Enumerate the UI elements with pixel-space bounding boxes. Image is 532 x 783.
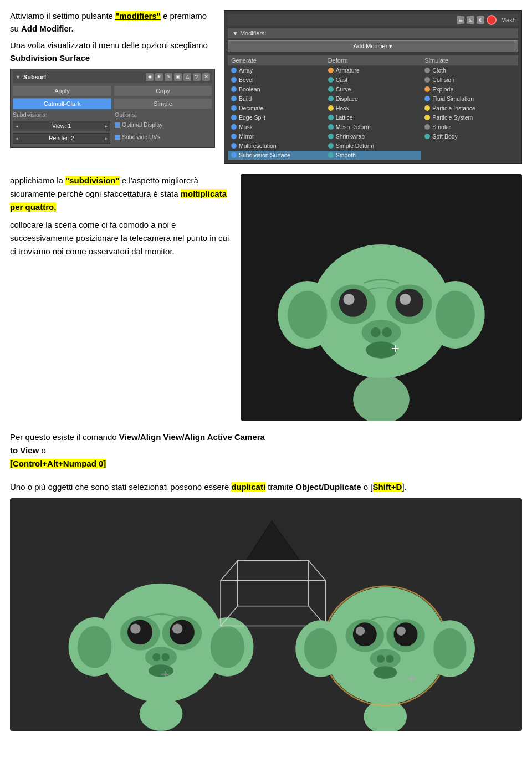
modifier-subdivision-surface[interactable]: Subdivision Surface xyxy=(228,151,325,160)
render-left-arrow[interactable]: ◂ xyxy=(13,134,21,143)
subsurf-eye-icon[interactable]: 👁 xyxy=(155,73,163,81)
apply-button[interactable]: Apply xyxy=(13,85,111,96)
modifiers-highlight: "modifiers" xyxy=(115,11,161,21)
modifier-empty2 xyxy=(421,151,518,160)
mesh-label: Mesh xyxy=(501,17,516,23)
svg-point-51 xyxy=(433,628,466,669)
subsurf-camera-icon[interactable]: ▣ xyxy=(174,73,182,81)
moltiplicata-highlight: moltiplicata per quattro, xyxy=(10,189,227,212)
modifier-fluid-sim[interactable]: Fluid Simulation xyxy=(421,94,518,104)
modifier-lattice[interactable]: Lattice xyxy=(325,113,422,122)
svg-point-56 xyxy=(356,626,365,635)
control-alt-numpad-label: [Control+Alt+Numpad 0] xyxy=(10,459,106,468)
modifier-hook[interactable]: Hook xyxy=(325,104,422,113)
blender-topbar: ⊞ ⊡ ⚙ Mesh xyxy=(228,14,518,26)
catmull-clark-button[interactable]: Catmull-Clark xyxy=(13,98,111,109)
svg-point-23 xyxy=(78,626,111,668)
subsurf-up-icon[interactable]: △ xyxy=(183,73,191,81)
subsurf-name-label: Subsurf xyxy=(23,73,47,82)
add-modifier-bold: Add Modifier. xyxy=(21,24,74,33)
svg-point-33 xyxy=(152,653,160,661)
modifier-smooth[interactable]: Smooth xyxy=(325,151,422,160)
section4: Uno o più oggetti che sono stati selezio… xyxy=(10,480,522,731)
view-left-arrow[interactable]: ◂ xyxy=(13,121,21,131)
svg-point-59 xyxy=(377,654,385,662)
modifier-mesh-deform[interactable]: Mesh Deform xyxy=(325,122,422,132)
subsurf-header: ▼ Subsurf ◉ 👁 ✎ ▣ △ ▽ ✕ xyxy=(13,71,212,83)
subdivide-uvs-checkbox[interactable] xyxy=(115,135,120,140)
topbar-icon2[interactable]: ⊡ xyxy=(467,16,474,24)
monkey-render-image xyxy=(241,174,522,421)
modifier-collision[interactable]: Collision xyxy=(421,75,518,85)
subsurf-arrow-icon: ▼ xyxy=(15,73,21,82)
add-modifier-button[interactable]: Add Modifier ▾ xyxy=(228,40,518,52)
page: Attiviamo il settimo pulsante "modifiers… xyxy=(0,0,532,731)
simulate-header: Simulate xyxy=(421,55,518,66)
modifiers-section-label: ▼ Modifiers xyxy=(228,28,518,38)
svg-point-25 xyxy=(211,626,244,668)
modifier-particle-instance[interactable]: Particle Instance xyxy=(421,104,518,113)
shift-d-label: Shift+D xyxy=(373,482,402,492)
subsurf-x-icon[interactable]: ✕ xyxy=(202,73,210,81)
modifier-cast[interactable]: Cast xyxy=(325,75,422,85)
section2: applichiamo la "subdivision" e l'aspetto… xyxy=(10,174,522,421)
modifier-empty1 xyxy=(421,141,518,151)
subsurf-edit-icon[interactable]: ✎ xyxy=(165,73,172,81)
copy-button[interactable]: Copy xyxy=(114,85,212,96)
optimal-display-label: Optimal Display xyxy=(122,121,163,130)
modifier-smoke[interactable]: Smoke xyxy=(421,122,518,132)
subsurf-down-icon[interactable]: ▽ xyxy=(193,73,201,81)
svg-point-16 xyxy=(366,341,397,358)
subdivide-uvs-label: Subdivide UVs xyxy=(122,133,160,142)
section1: Attiviamo il settimo pulsante "modifiers… xyxy=(10,10,522,164)
topbar-icon1[interactable]: ⊞ xyxy=(457,16,464,24)
topbar-icon3[interactable]: ⚙ xyxy=(477,16,484,24)
optimal-display-checkbox[interactable] xyxy=(115,122,120,128)
modifier-curve[interactable]: Curve xyxy=(325,85,422,94)
modifier-mask[interactable]: Mask xyxy=(228,122,325,132)
render-value: Render: 2 xyxy=(21,134,103,143)
active-tool-circle[interactable] xyxy=(487,15,497,25)
modifier-soft-body[interactable]: Soft Body xyxy=(421,132,518,141)
modifier-mirror[interactable]: Mirror xyxy=(228,132,325,141)
svg-point-55 xyxy=(393,622,417,646)
apply-copy-row: Apply Copy xyxy=(13,85,212,96)
svg-point-4 xyxy=(288,291,327,339)
view-stepper[interactable]: ◂ View: 1 ▸ xyxy=(13,121,110,131)
bottom-monkey-image xyxy=(10,498,522,731)
svg-point-28 xyxy=(127,620,152,644)
monkey-svg xyxy=(241,174,522,421)
view-value: View: 1 xyxy=(21,122,103,131)
modifier-shrinkwrap[interactable]: Shrinkwrap xyxy=(325,132,422,141)
modifier-simple-deform[interactable]: Simple Deform xyxy=(325,141,422,151)
modifier-armature[interactable]: Armature xyxy=(325,66,422,75)
modifier-particle-system[interactable]: Particle System xyxy=(421,113,518,122)
subdivision-highlight: "subdivision" xyxy=(65,176,120,185)
camera-para: collocare la scena come ci fa comodo a n… xyxy=(10,218,232,258)
modifier-array[interactable]: Array xyxy=(228,66,325,75)
modifier-decimate[interactable]: Decimate xyxy=(228,104,325,113)
svg-point-14 xyxy=(371,327,381,337)
modifier-edge-split[interactable]: Edge Split xyxy=(228,113,325,122)
subdivision-surface-label: Subdivision Surface xyxy=(10,53,90,63)
svg-point-31 xyxy=(172,623,182,633)
svg-point-60 xyxy=(386,654,393,662)
subdivision-paragraph: Una volta visualizzato il menu delle opz… xyxy=(10,39,215,64)
svg-point-32 xyxy=(145,647,177,667)
options-label: Options: xyxy=(115,111,212,120)
view-right-arrow[interactable]: ▸ xyxy=(103,121,110,131)
modifier-boolean[interactable]: Boolean xyxy=(228,85,325,94)
svg-point-61 xyxy=(374,666,397,679)
modifier-multiresolution[interactable]: Multiresolution xyxy=(228,141,325,151)
modifier-build[interactable]: Build xyxy=(228,94,325,104)
modifier-displace[interactable]: Displace xyxy=(325,94,422,104)
modifier-bevel[interactable]: Bevel xyxy=(228,75,325,85)
render-stepper[interactable]: ◂ Render: 2 ▸ xyxy=(13,133,110,144)
subsurf-render-icon[interactable]: ◉ xyxy=(146,73,154,81)
modifier-explode[interactable]: Explode xyxy=(421,85,518,94)
render-right-arrow[interactable]: ▸ xyxy=(103,134,110,143)
modifier-cloth[interactable]: Cloth xyxy=(421,66,518,75)
section2-text: applichiamo la "subdivision" e l'aspetto… xyxy=(10,174,232,421)
svg-point-35 xyxy=(149,664,173,677)
simple-button[interactable]: Simple xyxy=(114,98,212,109)
